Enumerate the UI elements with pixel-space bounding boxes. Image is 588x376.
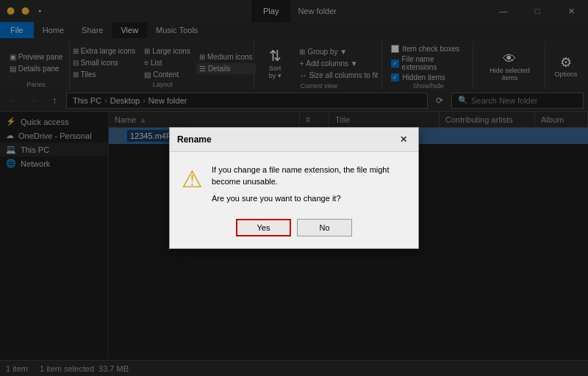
dialog-overlay: Rename ✕ ⚠ If you change a file name ext…	[0, 0, 588, 376]
dialog-message: If you change a file name extension, the…	[212, 164, 406, 205]
dialog-title-bar: Rename ✕	[170, 128, 418, 152]
dialog-no-button[interactable]: No	[297, 219, 352, 236]
rename-dialog: Rename ✕ ⚠ If you change a file name ext…	[169, 127, 419, 250]
dialog-buttons: Yes No	[170, 213, 418, 248]
dialog-close-button[interactable]: ✕	[396, 132, 411, 147]
dialog-body: ⚠ If you change a file name extension, t…	[170, 152, 418, 214]
warning-icon: ⚠	[182, 165, 203, 193]
dialog-line2: Are you sure you want to change it?	[212, 192, 406, 205]
dialog-title: Rename	[177, 134, 212, 145]
dialog-line1: If you change a file name extension, the…	[212, 164, 406, 188]
dialog-yes-button[interactable]: Yes	[236, 219, 291, 236]
